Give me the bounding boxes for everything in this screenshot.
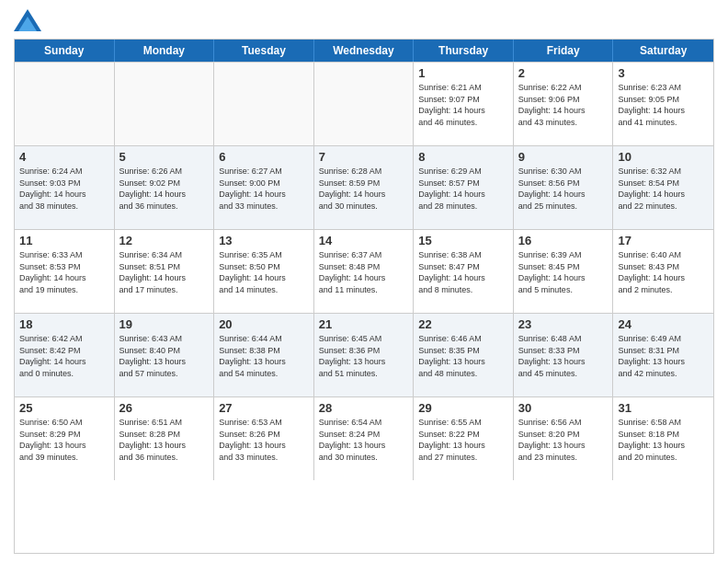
day-info: Sunrise: 6:28 AMSunset: 8:59 PMDaylight:… [319, 166, 409, 212]
day-info: Sunrise: 6:32 AMSunset: 8:54 PMDaylight:… [618, 166, 709, 212]
day-info: Sunrise: 6:58 AMSunset: 8:18 PMDaylight:… [618, 417, 709, 463]
day-number: 15 [418, 234, 508, 247]
day-number: 20 [219, 317, 309, 331]
day-header-sunday: Sunday [15, 40, 115, 62]
header [14, 9, 714, 31]
day-number: 26 [119, 401, 210, 415]
cal-cell-5: 5Sunrise: 6:26 AMSunset: 9:02 PMDaylight… [115, 146, 215, 229]
cal-cell-empty-1 [115, 63, 215, 145]
cal-cell-4: 4Sunrise: 6:24 AMSunset: 9:03 PMDaylight… [15, 146, 115, 229]
day-number: 13 [219, 234, 309, 247]
day-info: Sunrise: 6:53 AMSunset: 8:26 PMDaylight:… [219, 417, 309, 463]
day-header-wednesday: Wednesday [314, 40, 415, 62]
logo [14, 9, 45, 31]
day-number: 27 [219, 401, 309, 415]
day-header-saturday: Saturday [613, 40, 713, 62]
day-info: Sunrise: 6:23 AMSunset: 9:05 PMDaylight:… [618, 82, 709, 128]
day-info: Sunrise: 6:30 AMSunset: 8:56 PMDaylight:… [518, 166, 609, 212]
day-info: Sunrise: 6:43 AMSunset: 8:40 PMDaylight:… [119, 333, 210, 379]
day-info: Sunrise: 6:54 AMSunset: 8:24 PMDaylight:… [319, 417, 409, 463]
cal-cell-31: 31Sunrise: 6:58 AMSunset: 8:18 PMDayligh… [613, 397, 713, 480]
cal-cell-25: 25Sunrise: 6:50 AMSunset: 8:29 PMDayligh… [15, 397, 115, 480]
day-info: Sunrise: 6:27 AMSunset: 9:00 PMDaylight:… [219, 166, 309, 212]
day-info: Sunrise: 6:50 AMSunset: 8:29 PMDaylight:… [19, 417, 109, 463]
day-number: 16 [518, 234, 609, 247]
week-row-2: 4Sunrise: 6:24 AMSunset: 9:03 PMDaylight… [15, 145, 713, 229]
day-info: Sunrise: 6:38 AMSunset: 8:47 PMDaylight:… [418, 249, 508, 295]
day-info: Sunrise: 6:45 AMSunset: 8:36 PMDaylight:… [319, 333, 409, 379]
day-info: Sunrise: 6:48 AMSunset: 8:33 PMDaylight:… [518, 333, 609, 379]
cal-cell-9: 9Sunrise: 6:30 AMSunset: 8:56 PMDaylight… [514, 146, 614, 229]
cal-cell-1: 1Sunrise: 6:21 AMSunset: 9:07 PMDaylight… [414, 63, 514, 145]
day-number: 6 [219, 150, 309, 164]
day-number: 28 [319, 401, 409, 415]
cal-cell-empty-3 [314, 63, 415, 145]
cal-cell-15: 15Sunrise: 6:38 AMSunset: 8:47 PMDayligh… [414, 230, 514, 313]
cal-cell-7: 7Sunrise: 6:28 AMSunset: 8:59 PMDaylight… [314, 146, 415, 229]
cal-cell-19: 19Sunrise: 6:43 AMSunset: 8:40 PMDayligh… [115, 314, 215, 396]
calendar: SundayMondayTuesdayWednesdayThursdayFrid… [14, 39, 714, 554]
day-number: 14 [319, 234, 409, 247]
day-number: 25 [19, 401, 109, 415]
week-row-1: 1Sunrise: 6:21 AMSunset: 9:07 PMDaylight… [15, 62, 713, 145]
day-header-friday: Friday [514, 40, 614, 62]
calendar-body: 1Sunrise: 6:21 AMSunset: 9:07 PMDaylight… [15, 62, 713, 480]
cal-cell-21: 21Sunrise: 6:45 AMSunset: 8:36 PMDayligh… [314, 314, 415, 396]
week-row-4: 18Sunrise: 6:42 AMSunset: 8:42 PMDayligh… [15, 313, 713, 396]
day-info: Sunrise: 6:24 AMSunset: 9:03 PMDaylight:… [19, 166, 109, 212]
day-info: Sunrise: 6:55 AMSunset: 8:22 PMDaylight:… [418, 417, 508, 463]
cal-cell-16: 16Sunrise: 6:39 AMSunset: 8:45 PMDayligh… [514, 230, 614, 313]
day-info: Sunrise: 6:40 AMSunset: 8:43 PMDaylight:… [618, 249, 709, 295]
day-number: 12 [119, 234, 210, 247]
day-header-monday: Monday [115, 40, 215, 62]
day-header-tuesday: Tuesday [214, 40, 314, 62]
cal-cell-30: 30Sunrise: 6:56 AMSunset: 8:20 PMDayligh… [514, 397, 614, 480]
day-number: 29 [418, 401, 508, 415]
day-number: 11 [19, 234, 109, 247]
day-header-thursday: Thursday [414, 40, 514, 62]
cal-cell-17: 17Sunrise: 6:40 AMSunset: 8:43 PMDayligh… [613, 230, 713, 313]
day-number: 17 [618, 234, 709, 247]
cal-cell-11: 11Sunrise: 6:33 AMSunset: 8:53 PMDayligh… [15, 230, 115, 313]
day-number: 22 [418, 317, 508, 331]
day-number: 18 [19, 317, 109, 331]
day-number: 8 [418, 150, 508, 164]
day-number: 24 [618, 317, 709, 331]
cal-cell-23: 23Sunrise: 6:48 AMSunset: 8:33 PMDayligh… [514, 314, 614, 396]
day-number: 23 [518, 317, 609, 331]
day-number: 1 [418, 66, 508, 80]
day-info: Sunrise: 6:46 AMSunset: 8:35 PMDaylight:… [418, 333, 508, 379]
day-number: 9 [518, 150, 609, 164]
day-number: 7 [319, 150, 409, 164]
day-info: Sunrise: 6:34 AMSunset: 8:51 PMDaylight:… [119, 249, 210, 295]
day-number: 3 [618, 66, 709, 80]
cal-cell-empty-0 [15, 63, 115, 145]
cal-cell-22: 22Sunrise: 6:46 AMSunset: 8:35 PMDayligh… [414, 314, 514, 396]
day-info: Sunrise: 6:42 AMSunset: 8:42 PMDaylight:… [19, 333, 109, 379]
day-number: 5 [119, 150, 210, 164]
day-info: Sunrise: 6:33 AMSunset: 8:53 PMDaylight:… [19, 249, 109, 295]
day-number: 31 [618, 401, 709, 415]
cal-cell-8: 8Sunrise: 6:29 AMSunset: 8:57 PMDaylight… [414, 146, 514, 229]
cal-cell-27: 27Sunrise: 6:53 AMSunset: 8:26 PMDayligh… [214, 397, 314, 480]
day-info: Sunrise: 6:26 AMSunset: 9:02 PMDaylight:… [119, 166, 210, 212]
day-info: Sunrise: 6:21 AMSunset: 9:07 PMDaylight:… [418, 82, 508, 128]
cal-cell-26: 26Sunrise: 6:51 AMSunset: 8:28 PMDayligh… [115, 397, 215, 480]
cal-cell-28: 28Sunrise: 6:54 AMSunset: 8:24 PMDayligh… [314, 397, 415, 480]
week-row-3: 11Sunrise: 6:33 AMSunset: 8:53 PMDayligh… [15, 229, 713, 313]
day-info: Sunrise: 6:35 AMSunset: 8:50 PMDaylight:… [219, 249, 309, 295]
page: SundayMondayTuesdayWednesdayThursdayFrid… [0, 0, 728, 563]
cal-cell-20: 20Sunrise: 6:44 AMSunset: 8:38 PMDayligh… [214, 314, 314, 396]
cal-cell-10: 10Sunrise: 6:32 AMSunset: 8:54 PMDayligh… [613, 146, 713, 229]
day-info: Sunrise: 6:37 AMSunset: 8:48 PMDaylight:… [319, 249, 409, 295]
day-number: 10 [618, 150, 709, 164]
day-number: 30 [518, 401, 609, 415]
cal-cell-6: 6Sunrise: 6:27 AMSunset: 9:00 PMDaylight… [214, 146, 314, 229]
day-info: Sunrise: 6:22 AMSunset: 9:06 PMDaylight:… [518, 82, 609, 128]
calendar-header: SundayMondayTuesdayWednesdayThursdayFrid… [15, 40, 713, 62]
day-info: Sunrise: 6:29 AMSunset: 8:57 PMDaylight:… [418, 166, 508, 212]
cal-cell-empty-2 [214, 63, 314, 145]
cal-cell-14: 14Sunrise: 6:37 AMSunset: 8:48 PMDayligh… [314, 230, 415, 313]
cal-cell-13: 13Sunrise: 6:35 AMSunset: 8:50 PMDayligh… [214, 230, 314, 313]
day-info: Sunrise: 6:49 AMSunset: 8:31 PMDaylight:… [618, 333, 709, 379]
